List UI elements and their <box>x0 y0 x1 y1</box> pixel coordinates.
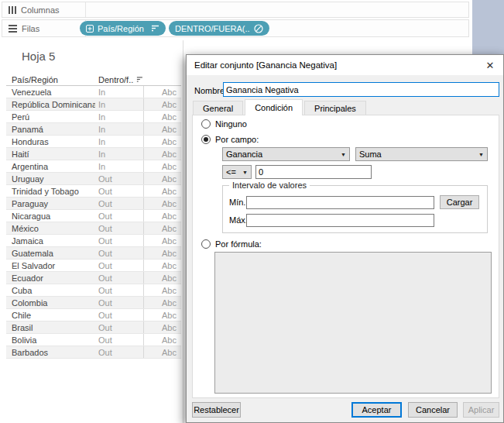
status-cell[interactable]: In <box>95 112 143 122</box>
col-header-dentro-fuera[interactable]: Dentro/f.. <box>95 75 143 84</box>
radio-por-campo[interactable]: Por campo: <box>201 135 259 144</box>
table-row[interactable]: Honduras In Abc <box>6 136 181 148</box>
status-cell[interactable]: Out <box>95 199 143 208</box>
status-cell[interactable]: Out <box>95 261 143 270</box>
table-row[interactable]: Venezuela In Abc <box>6 86 181 98</box>
table-row[interactable]: Paraguay Out Abc <box>6 198 181 210</box>
status-cell[interactable]: Out <box>95 286 143 295</box>
status-cell[interactable]: Out <box>95 298 143 308</box>
table-row[interactable]: Colombia Out Abc <box>6 297 181 309</box>
status-cell[interactable]: Out <box>95 174 143 184</box>
operator-dropdown[interactable]: <= ▼ <box>222 165 252 179</box>
table-row[interactable]: Jamaica Out Abc <box>6 235 181 247</box>
cancelar-button[interactable]: Cancelar <box>408 402 458 418</box>
aplicar-button[interactable]: Aplicar <box>463 402 499 418</box>
country-cell[interactable]: Chile <box>6 311 95 320</box>
table-row[interactable]: Bolivia Out Abc <box>6 334 181 346</box>
status-cell[interactable]: In <box>95 150 143 159</box>
status-cell[interactable]: In <box>95 125 143 134</box>
status-cell[interactable]: In <box>95 137 143 146</box>
tab-principales[interactable]: Principales <box>304 101 366 115</box>
table-row[interactable]: México Out Abc <box>6 222 181 235</box>
table-row[interactable]: Nicaragua Out Abc <box>6 210 181 222</box>
tab-condicion[interactable]: Condición <box>245 99 303 115</box>
table-row[interactable]: Chile Out Abc <box>6 309 181 322</box>
country-cell[interactable]: Nicaragua <box>6 212 95 221</box>
set-name-input[interactable] <box>223 82 499 97</box>
status-cell[interactable]: Out <box>95 273 143 283</box>
radio-por-formula[interactable]: Por fórmula: <box>201 239 262 249</box>
country-cell[interactable]: Colombia <box>6 298 95 308</box>
country-cell[interactable]: Jamaica <box>6 236 95 246</box>
tab-general[interactable]: General <box>193 101 243 115</box>
aggregation-dropdown[interactable]: Suma ▼ <box>355 147 488 161</box>
country-cell[interactable]: Guatemala <box>6 249 95 258</box>
status-cell[interactable]: In <box>95 162 143 171</box>
pill-dentro-fuera[interactable]: DENTRO/FUERA(.. <box>169 21 269 36</box>
radio-ninguno[interactable]: Ninguno <box>201 119 247 129</box>
restablecer-button[interactable]: Restablecer <box>192 402 241 418</box>
col-header-pais-region[interactable]: País/Región <box>6 75 95 84</box>
country-cell[interactable]: Argentina <box>6 162 95 171</box>
formula-textarea[interactable] <box>214 252 492 394</box>
country-cell[interactable]: Perú <box>6 112 95 122</box>
country-cell[interactable]: Honduras <box>6 137 95 146</box>
country-cell[interactable]: El Salvador <box>6 261 95 270</box>
country-cell[interactable]: Ecuador <box>6 273 95 283</box>
status-cell[interactable]: Out <box>95 335 143 345</box>
country-cell[interactable]: Cuba <box>6 286 95 295</box>
country-cell[interactable]: Bolivia <box>6 335 95 345</box>
status-cell[interactable]: Out <box>95 348 143 357</box>
dialog-titlebar[interactable]: Editar conjunto [Ganancia Negativa] ✕ <box>187 55 503 75</box>
table-row[interactable]: Argentina In Abc <box>6 160 181 173</box>
table-row[interactable]: Barbados Out Abc <box>6 346 181 359</box>
table-row[interactable]: Guatemala Out Abc <box>6 247 181 260</box>
status-cell[interactable]: Out <box>95 311 143 320</box>
radio-por-formula-circle[interactable] <box>201 239 211 249</box>
country-cell[interactable]: Trinidad y Tobago <box>6 187 95 196</box>
table-row[interactable]: Cuba Out Abc <box>6 284 181 297</box>
country-cell[interactable]: Haití <box>6 150 95 159</box>
sort-descending-icon[interactable] <box>136 76 143 83</box>
table-row[interactable]: Brasil Out Abc <box>6 322 181 334</box>
max-input[interactable] <box>246 214 434 227</box>
status-cell[interactable]: Out <box>95 224 143 233</box>
aceptar-button[interactable]: Aceptar <box>351 402 402 418</box>
country-cell[interactable]: Brasil <box>6 323 95 332</box>
threshold-input[interactable] <box>255 165 372 179</box>
placeholder-cell: Abc <box>143 322 180 333</box>
table-row[interactable]: Uruguay Out Abc <box>6 173 181 185</box>
country-cell[interactable]: República Dominicana <box>6 100 95 109</box>
radio-por-campo-circle[interactable] <box>201 135 211 144</box>
country-cell[interactable]: Panamá <box>6 125 95 134</box>
country-cell[interactable]: Paraguay <box>6 199 95 208</box>
table-row[interactable]: El Salvador Out Abc <box>6 260 181 272</box>
placeholder-cell: Abc <box>143 346 180 358</box>
table-row[interactable]: Perú In Abc <box>6 111 181 123</box>
status-cell[interactable]: In <box>95 88 143 97</box>
placeholder-cell: Abc <box>143 86 180 98</box>
table-row[interactable]: Ecuador Out Abc <box>6 272 181 284</box>
status-cell[interactable]: In <box>95 100 143 109</box>
country-cell[interactable]: Uruguay <box>6 174 95 184</box>
status-cell[interactable]: Out <box>95 212 143 221</box>
status-cell[interactable]: Out <box>95 236 143 246</box>
table-row[interactable]: República Dominicana In Abc <box>6 98 181 111</box>
country-cell[interactable]: Barbados <box>6 348 95 357</box>
status-cell[interactable]: Out <box>95 323 143 332</box>
status-cell[interactable]: Out <box>95 249 143 258</box>
country-cell[interactable]: Venezuela <box>6 88 95 97</box>
close-icon[interactable]: ✕ <box>477 55 503 75</box>
radio-ninguno-circle[interactable] <box>201 119 211 129</box>
min-input[interactable] <box>246 196 434 209</box>
pill-pais-region[interactable]: País/Región <box>80 21 166 36</box>
sort-descending-icon[interactable] <box>151 25 159 32</box>
field-dropdown[interactable]: Ganancia ▼ <box>222 147 350 161</box>
table-row[interactable]: Panamá In Abc <box>6 123 181 136</box>
table-row[interactable]: Haití In Abc <box>6 148 181 160</box>
cargar-button[interactable]: Cargar <box>440 195 479 209</box>
table-row[interactable]: Trinidad y Tobago Out Abc <box>6 185 181 198</box>
country-cell[interactable]: México <box>6 224 95 233</box>
status-cell[interactable]: Out <box>95 187 143 196</box>
columns-shelf[interactable]: Columnas <box>2 2 469 18</box>
